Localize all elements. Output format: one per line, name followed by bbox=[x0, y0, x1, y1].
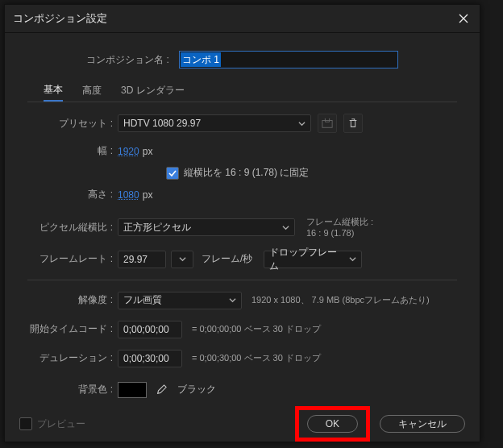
width-value[interactable]: 1920 bbox=[118, 146, 139, 157]
start-timecode-info: = 0;00;00;00 ベース 30 ドロップ bbox=[192, 323, 321, 335]
close-icon bbox=[459, 14, 468, 23]
eyedropper-button[interactable] bbox=[153, 382, 169, 398]
checkbox-unchecked-icon bbox=[19, 417, 32, 430]
bgcolor-label: 背景色 : bbox=[19, 383, 118, 396]
tab-3d-renderer[interactable]: 3D レンダラー bbox=[121, 84, 185, 101]
compname-label: コンポジション名 : bbox=[86, 53, 174, 67]
dropframe-dropdown[interactable]: ドロップフレーム bbox=[264, 251, 362, 268]
preset-label: プリセット : bbox=[19, 117, 118, 131]
lock-aspect-checkbox[interactable]: 縦横比を 16 : 9 (1.78) に固定 bbox=[166, 166, 309, 180]
duration-input[interactable]: 0;00;30;00 bbox=[118, 350, 182, 367]
tab-strip: 基本 高度 3D レンダラー bbox=[44, 83, 465, 102]
ok-highlight: OK bbox=[295, 406, 370, 442]
close-button[interactable] bbox=[447, 5, 480, 32]
preview-label: プレビュー bbox=[37, 417, 85, 431]
chevron-down-icon bbox=[179, 255, 186, 263]
checkbox-checked-icon bbox=[166, 167, 179, 180]
width-unit: px bbox=[143, 146, 153, 157]
tab-basic[interactable]: 基本 bbox=[44, 83, 63, 102]
chevron-down-icon bbox=[282, 224, 289, 231]
composition-settings-dialog: コンポジション設定 コンポジション名 : コンポ 1 基本 高度 3D レンダラ… bbox=[4, 4, 480, 442]
bgcolor-name: ブラック bbox=[177, 383, 216, 396]
delete-preset-button[interactable] bbox=[343, 114, 363, 133]
separator bbox=[27, 280, 457, 280]
framerate-unit: フレーム/秒 bbox=[202, 252, 252, 266]
start-timecode-label: 開始タイムコード : bbox=[19, 322, 118, 336]
ok-button[interactable]: OK bbox=[307, 415, 358, 433]
par-dropdown[interactable]: 正方形ピクセル bbox=[118, 218, 295, 236]
frame-aspect-label: フレーム縦横比 : bbox=[306, 216, 373, 227]
frame-aspect-info: フレーム縦横比 : 16 : 9 (1.78) bbox=[306, 216, 373, 239]
start-timecode-input[interactable]: 0;00;00;00 bbox=[118, 321, 182, 338]
tab-advanced[interactable]: 高度 bbox=[82, 84, 102, 101]
par-label: ピクセル縦横比 : bbox=[19, 221, 118, 234]
chevron-down-icon bbox=[298, 120, 306, 127]
dialog-title: コンポジション設定 bbox=[13, 12, 107, 24]
par-value: 正方形ピクセル bbox=[123, 221, 191, 234]
trash-icon bbox=[347, 118, 359, 129]
framerate-stepper[interactable] bbox=[171, 251, 193, 268]
save-icon bbox=[322, 118, 333, 129]
preset-dropdown[interactable]: HDTV 1080 29.97 bbox=[118, 114, 311, 132]
height-unit: px bbox=[143, 189, 153, 201]
width-label: 幅 : bbox=[19, 144, 118, 158]
dialog-titlebar[interactable]: コンポジション設定 bbox=[5, 5, 480, 33]
resolution-value: フル画質 bbox=[123, 293, 162, 307]
save-preset-button[interactable] bbox=[318, 114, 337, 133]
eyedropper-icon bbox=[156, 384, 167, 396]
height-value[interactable]: 1080 bbox=[118, 189, 139, 201]
duration-label: デュレーション : bbox=[19, 351, 118, 365]
resolution-label: 解像度 : bbox=[19, 293, 118, 307]
tab-underline bbox=[27, 102, 457, 102]
chevron-down-icon bbox=[349, 255, 356, 263]
resolution-info: 1920 x 1080、 7.9 MB (8bpcフレームあたり) bbox=[252, 294, 430, 306]
height-label: 高さ : bbox=[19, 188, 118, 201]
chevron-down-icon bbox=[229, 297, 236, 304]
bgcolor-swatch[interactable] bbox=[118, 382, 147, 398]
lock-aspect-label: 縦横比を 16 : 9 (1.78) に固定 bbox=[184, 166, 309, 180]
framerate-label: フレームレート : bbox=[19, 252, 118, 266]
dialog-footer: プレビュー OK キャンセル bbox=[5, 406, 480, 442]
preset-value: HDTV 1080 29.97 bbox=[123, 118, 201, 129]
compname-selection: コンポ 1 bbox=[181, 52, 221, 67]
dropframe-value: ドロップフレーム bbox=[269, 246, 343, 273]
cancel-button[interactable]: キャンセル bbox=[380, 415, 465, 433]
duration-info: = 0;00;30;00 ベース 30 ドロップ bbox=[192, 352, 321, 364]
frame-aspect-value: 16 : 9 (1.78) bbox=[306, 227, 373, 239]
resolution-dropdown[interactable]: フル画質 bbox=[118, 292, 242, 309]
framerate-input[interactable]: 29.97 bbox=[118, 251, 166, 268]
preview-checkbox[interactable]: プレビュー bbox=[19, 417, 85, 431]
